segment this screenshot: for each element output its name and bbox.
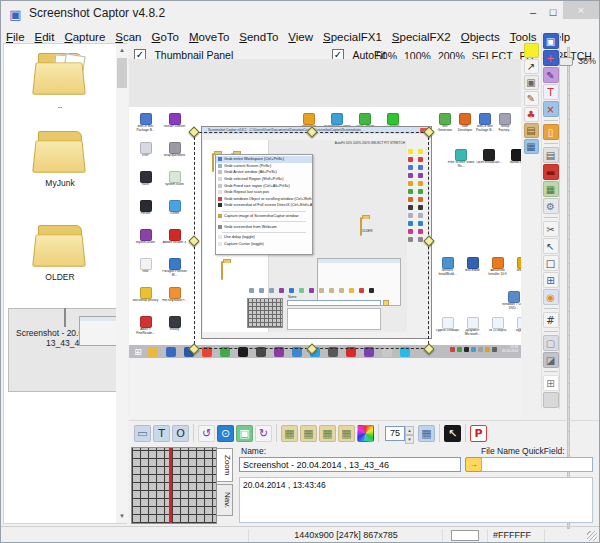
edit-image-icon[interactable]: ✎ bbox=[543, 67, 559, 83]
thumbnail-zoom-spinner: 75 ▴ ▾ bbox=[385, 426, 414, 441]
splitter-view-icon[interactable]: ⊞ bbox=[543, 375, 559, 391]
tray-icons bbox=[450, 347, 497, 352]
resize-image-icon[interactable]: ▣ bbox=[236, 425, 253, 442]
open-folder-button[interactable]: → bbox=[465, 457, 482, 472]
separator[interactable] bbox=[544, 120, 558, 121]
menu-item[interactable]: GoTo bbox=[147, 29, 185, 45]
tab-zoom[interactable]: Zoom bbox=[217, 448, 233, 482]
separator[interactable] bbox=[544, 308, 558, 309]
print-icon[interactable]: ▤ bbox=[543, 147, 559, 163]
image-canvas[interactable]: BMCS MSI Package B...Restart DenverVISPs… bbox=[129, 59, 521, 419]
minimize-button[interactable]: – bbox=[525, 5, 541, 20]
scan-text-icon[interactable]: T bbox=[153, 425, 170, 442]
separator[interactable] bbox=[193, 424, 194, 442]
cut-icon[interactable]: ✂ bbox=[543, 221, 559, 237]
menu-item[interactable]: SendTo bbox=[234, 29, 283, 45]
save-icon[interactable]: ▣ bbox=[543, 33, 559, 49]
web-capture-icon[interactable]: ⊙ bbox=[217, 425, 234, 442]
separator[interactable] bbox=[544, 331, 558, 332]
crop-icon[interactable]: # bbox=[543, 312, 559, 328]
menu-item[interactable]: SpecialFX2 bbox=[387, 29, 456, 45]
delete-image-icon[interactable]: × bbox=[543, 101, 559, 117]
separator[interactable] bbox=[544, 371, 558, 372]
export-image-3-icon[interactable]: ▦ bbox=[319, 425, 336, 442]
grid-select-icon[interactable]: ⊞ bbox=[543, 272, 559, 288]
desktop-icon: BitRock InstallBuild... bbox=[435, 257, 460, 276]
scroll-up-icon[interactable]: ▲ bbox=[116, 44, 128, 57]
separator[interactable] bbox=[276, 424, 277, 442]
selection-rectangle[interactable] bbox=[194, 132, 429, 349]
name-input[interactable] bbox=[239, 457, 461, 472]
separator[interactable] bbox=[544, 143, 558, 144]
region-select-icon[interactable]: □ bbox=[543, 255, 559, 271]
spinner-down-icon[interactable]: ▾ bbox=[405, 435, 414, 444]
image-dimensions: 1440x900 [247k] 867x785 bbox=[251, 530, 441, 540]
pointer-tool-icon[interactable]: ↖ bbox=[543, 238, 559, 254]
separator[interactable] bbox=[465, 424, 466, 442]
quickfield-input[interactable] bbox=[481, 457, 593, 472]
settings-gear-icon[interactable]: ⚙ bbox=[543, 198, 559, 214]
shapes-tool-icon[interactable]: ♣ bbox=[524, 107, 539, 122]
close-button[interactable]: × bbox=[563, 1, 599, 19]
rotate-left-icon[interactable]: ↺ bbox=[198, 425, 215, 442]
menu-item[interactable]: MoveTo bbox=[184, 29, 234, 45]
desktop-icon: wave IX bbox=[510, 257, 521, 276]
desktop-icon: Free Screen Video Re... bbox=[447, 149, 475, 168]
frame-tool-icon[interactable]: ▣ bbox=[524, 75, 539, 90]
desktop-icon: VISP bbox=[131, 142, 160, 171]
color-swatch[interactable] bbox=[524, 43, 539, 58]
color-adjust-icon[interactable] bbox=[357, 425, 374, 442]
active-select-icon[interactable]: ◉ bbox=[543, 289, 559, 305]
pixel-zoom-panel[interactable] bbox=[131, 447, 217, 524]
scrollbar-thumb[interactable] bbox=[117, 58, 127, 88]
thumbnail-size-icon[interactable]: ▦ bbox=[418, 425, 435, 442]
separator[interactable] bbox=[544, 217, 558, 218]
toolbox-icon[interactable]: ▬ bbox=[543, 164, 559, 180]
save-as-icon[interactable]: + bbox=[543, 50, 559, 66]
taskbar-clock: 13:43 20.04.2014 bbox=[502, 346, 518, 354]
highlighter-icon[interactable]: ✎ bbox=[524, 91, 539, 106]
sidebar-screenshot-item[interactable]: Screenshot - 20.04.2014 , 13_43_46 bbox=[8, 308, 122, 392]
clipboard-icon[interactable]: ▯ bbox=[543, 124, 559, 140]
scan-ocr-icon[interactable]: O bbox=[172, 425, 189, 442]
sidebar-folder-item[interactable]: .. bbox=[6, 52, 114, 110]
stamp-tool-icon[interactable]: ▤ bbox=[524, 123, 539, 138]
blank-button-icon[interactable] bbox=[543, 392, 559, 408]
spinner-up-icon[interactable]: ▴ bbox=[405, 426, 414, 435]
sidebar-folder-item[interactable]: OLDER bbox=[6, 224, 114, 282]
separator[interactable] bbox=[439, 424, 440, 442]
image-tools-icon[interactable]: ▦ bbox=[543, 181, 559, 197]
thumbnail-panel: .. MyJunk OLDER Screenshot - 20.04.2014 … bbox=[3, 43, 127, 524]
scroll-down-icon[interactable]: ▼ bbox=[116, 510, 128, 523]
shadow-button-dark-icon[interactable]: ◪ bbox=[543, 352, 559, 368]
menu-item[interactable]: Objects bbox=[456, 29, 505, 45]
note-textarea[interactable]: 20.04.2014 , 13:43:46 bbox=[239, 477, 593, 523]
menu-item[interactable]: View bbox=[283, 29, 318, 45]
export-image-2-icon[interactable]: ▦ bbox=[300, 425, 317, 442]
sidebar-folder-item[interactable]: MyJunk bbox=[6, 130, 114, 188]
eyedropper-icon[interactable]: ↗ bbox=[524, 59, 539, 74]
maximize-button[interactable]: □ bbox=[545, 5, 561, 20]
rotate-right-icon[interactable]: ↻ bbox=[255, 425, 272, 442]
menu-item[interactable]: SpecialFX1 bbox=[318, 29, 387, 45]
pointer-mode-icon[interactable]: ↖ bbox=[444, 425, 461, 442]
desktop-icon: history bbox=[160, 316, 189, 345]
shadow-button-icon[interactable]: ▢ bbox=[543, 335, 559, 351]
export-image-1-icon[interactable]: ▦ bbox=[281, 425, 298, 442]
zoom-slider-handle[interactable] bbox=[559, 57, 573, 66]
tab-nav[interactable]: Nav. bbox=[217, 484, 233, 516]
resize-grip[interactable] bbox=[587, 531, 597, 541]
clock-date: 20.04.2014 bbox=[502, 349, 518, 353]
tray-icon bbox=[450, 347, 455, 352]
folder-label: .. bbox=[6, 100, 114, 110]
folder-label: OLDER bbox=[6, 272, 114, 282]
thumbnail-zoom-value[interactable]: 75 bbox=[385, 426, 405, 441]
pdf-export-icon[interactable]: P bbox=[470, 425, 487, 442]
export-image-4-icon[interactable]: ▦ bbox=[338, 425, 355, 442]
sidebar-scrollbar[interactable]: ▲ ▼ bbox=[116, 44, 128, 523]
text-tool-icon[interactable]: T bbox=[543, 84, 559, 100]
insert-image-icon[interactable]: ▦ bbox=[524, 139, 539, 154]
desktop-icon: SBE Developer bbox=[455, 113, 475, 132]
separator[interactable] bbox=[378, 424, 379, 442]
scan-icon[interactable]: ▭ bbox=[134, 425, 151, 442]
